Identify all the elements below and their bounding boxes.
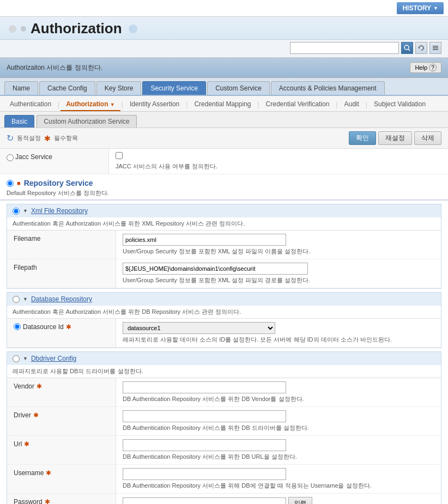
inner-tab-custom-authorization[interactable]: Custom Authorization Service xyxy=(37,115,136,127)
vendor-content: DB Authentication Repository 서비스를 위한 DB … xyxy=(116,378,441,406)
password-label-cell: Password ✱ xyxy=(7,494,116,504)
content-area: Jacc Service JACC 서비스의 사용 여부를 정의한다. ■ Re… xyxy=(0,149,448,504)
sep2: | xyxy=(120,101,124,108)
subtab-identity-assertion[interactable]: Identity Assertion xyxy=(124,98,185,111)
jacc-service-row: Jacc Service JACC 서비스의 사용 여부를 정의한다. xyxy=(0,149,448,174)
jacc-value-cell: JACC 서비스의 사용 여부를 정의한다. xyxy=(109,149,448,174)
repository-radio[interactable] xyxy=(7,180,14,187)
confirm-button[interactable]: 확인 xyxy=(349,131,376,145)
xml-collapse-icon[interactable]: ▼ xyxy=(23,208,28,214)
driver-input[interactable] xyxy=(123,410,286,422)
repository-service-section: ■ Repository Service Default Repository … xyxy=(0,174,448,201)
search-input[interactable] xyxy=(290,42,399,54)
help-icon: ? xyxy=(429,64,437,71)
db-repo-title[interactable]: Database Repository xyxy=(31,295,92,303)
sep4: | xyxy=(256,101,260,108)
username-row: Username ✱ DB Authentication Repository … xyxy=(7,465,441,494)
filepath-input[interactable] xyxy=(123,263,308,275)
info-text: Authorizaiton 서비스를 정의한다. xyxy=(7,63,102,72)
search-bar xyxy=(0,40,448,58)
dbdriver-config-section: ▼ Dbdriver Config 레파지토리로 사용할 DB의 드라이버를 설… xyxy=(7,351,441,504)
tab-name[interactable]: Name xyxy=(4,81,38,95)
help-button[interactable]: Help ? xyxy=(410,62,441,73)
filepath-row: Filepath User/Group Security 정보를 포함한 XML… xyxy=(7,259,441,288)
datasource-radio[interactable] xyxy=(14,323,21,330)
filename-input[interactable] xyxy=(123,234,286,246)
tab-key-store[interactable]: Key Store xyxy=(96,81,142,95)
reset-button[interactable]: 재설정 xyxy=(378,131,412,145)
required-label: 필수항목 xyxy=(54,134,78,142)
xml-repo-radio[interactable] xyxy=(13,208,20,215)
xml-file-repository-section: ▼ Xml File Repository Authentication 혹은 … xyxy=(7,204,441,289)
dbdriver-collapse-icon[interactable]: ▼ xyxy=(23,356,28,361)
subtab-audit[interactable]: Audit xyxy=(338,98,364,111)
required-star-icon: ✱ xyxy=(44,134,51,143)
history-button[interactable]: HISTORY xyxy=(397,2,444,14)
tab-custom-service[interactable]: Custom Service xyxy=(207,81,270,95)
top-bar: HISTORY xyxy=(0,0,448,17)
password-input-button[interactable]: 입력 xyxy=(288,497,312,504)
db-collapse-icon[interactable]: ▼ xyxy=(23,296,28,302)
dynamic-refresh-icon[interactable]: ↻ xyxy=(7,133,14,143)
username-label-cell: Username ✱ xyxy=(7,465,116,493)
driver-required-icon: ✱ xyxy=(33,411,39,419)
info-bar: Authorizaiton 서비스를 정의한다. Help ? xyxy=(0,58,448,78)
datasource-select-container: datasource1datasource2 xyxy=(123,322,434,334)
jacc-radio[interactable] xyxy=(7,154,14,161)
datasource-required-icon: ✱ xyxy=(66,323,71,331)
tab-cache-config[interactable]: Cache Config xyxy=(39,81,95,95)
username-required-icon: ✱ xyxy=(46,469,51,477)
vendor-input[interactable] xyxy=(123,381,286,393)
repository-desc: Default Repository 서비스를 정의한다. xyxy=(7,189,441,197)
repo-required-icon: ■ xyxy=(17,180,21,186)
username-content: DB Authentication Repository 서비스를 위해 DB에… xyxy=(116,465,441,493)
search-button[interactable] xyxy=(401,42,413,54)
dbdriver-title[interactable]: Dbdriver Config xyxy=(31,355,76,362)
xml-repo-title[interactable]: Xml File Repository xyxy=(31,207,88,215)
delete-button[interactable]: 삭제 xyxy=(414,131,441,145)
driver-content: DB Authentication Repository 서비스를 위한 DB … xyxy=(116,407,441,435)
subtab-credential-verification[interactable]: Credential Verification xyxy=(261,98,335,111)
sep5: | xyxy=(335,101,338,108)
subtab-authorization[interactable]: Authorization ▼ xyxy=(60,98,120,111)
datasource-select[interactable]: datasource1datasource2 xyxy=(123,322,275,334)
sep1: | xyxy=(57,101,60,108)
sub-tabs-container: Authentication | Authorization ▼ | Ident… xyxy=(0,96,448,112)
password-input[interactable] xyxy=(123,497,286,505)
app-title: Authorization xyxy=(31,20,122,37)
url-desc: DB Authentication Repository 서비스를 위한 DB … xyxy=(123,453,434,461)
driver-desc: DB Authentication Repository 서비스를 위한 DB … xyxy=(123,424,434,432)
password-row: Password ✱ 입력 DB Authentication Reposito… xyxy=(7,494,441,504)
sep3: | xyxy=(185,101,189,108)
url-row: Url ✱ DB Authentication Repository 서비스를 … xyxy=(7,436,441,465)
jacc-checkbox[interactable] xyxy=(116,152,123,159)
subtab-credential-mapping[interactable]: Credential Mapping xyxy=(189,98,256,111)
jacc-desc: JACC 서비스의 사용 여부를 정의한다. xyxy=(116,162,441,171)
svg-line-1 xyxy=(408,49,410,51)
svg-rect-3 xyxy=(433,46,438,47)
db-repo-desc: Authentication 혹은 Authorization 서비스를 위한 … xyxy=(7,306,441,319)
inner-tab-basic[interactable]: Basic xyxy=(4,115,34,127)
dbdriver-radio[interactable] xyxy=(13,355,20,362)
filepath-label: Filepath xyxy=(7,259,116,288)
datasource-content: datasource1datasource2 레파지토리로 사용할 데이터 소스… xyxy=(116,319,441,347)
subtab-authentication[interactable]: Authentication xyxy=(4,98,57,111)
url-content: DB Authentication Repository 서비스를 위한 DB … xyxy=(116,436,441,464)
url-input[interactable] xyxy=(123,439,286,451)
db-repo-radio[interactable] xyxy=(13,296,20,303)
database-repository-section: ▼ Database Repository Authentication 혹은 … xyxy=(7,292,441,348)
tab-security-service[interactable]: Security Service xyxy=(142,81,206,95)
username-input[interactable] xyxy=(123,468,286,480)
db-header: ▼ Database Repository xyxy=(7,293,441,306)
settings-button[interactable] xyxy=(429,42,441,54)
filename-row: Filename User/Group Security 정보를 포함한 XML… xyxy=(7,230,441,259)
main-tabs-container: Name Cache Config Key Store Security Ser… xyxy=(0,78,448,96)
repository-title: Repository Service xyxy=(24,179,93,187)
refresh-button[interactable] xyxy=(415,42,427,54)
tab-accounts-policies[interactable]: Accounts & Policies Management xyxy=(271,81,385,95)
subtab-subject-validation[interactable]: Subject Validation xyxy=(368,98,431,111)
inner-tabs-container: Basic Custom Authorization Service xyxy=(0,112,448,128)
vendor-desc: DB Authentication Repository 서비스를 위한 DB … xyxy=(123,395,434,403)
username-desc: DB Authentication Repository 서비스를 위해 DB에… xyxy=(123,482,434,490)
datasource-row: Datasource Id ✱ datasource1datasource2 레… xyxy=(7,319,441,348)
